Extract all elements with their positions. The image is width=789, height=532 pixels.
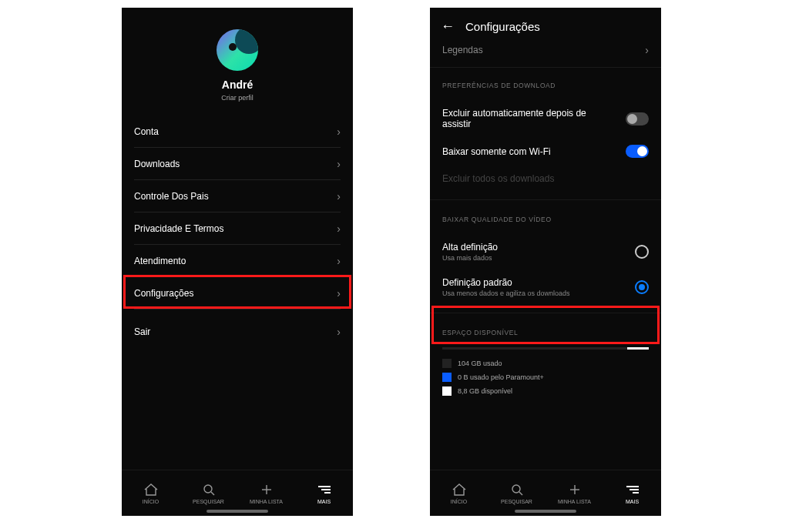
search-icon (511, 483, 523, 497)
nav-label: MAIS (626, 499, 639, 504)
profile-section: André Criar perfil (122, 8, 353, 115)
more-icon (626, 483, 639, 497)
search-icon (203, 483, 215, 497)
svg-point-0 (204, 485, 212, 493)
section-title: PREFERÊNCIAS DE DOWNLOAD (442, 82, 649, 89)
phone-left: André Criar perfil Conta › Downloads › C… (122, 8, 353, 516)
back-arrow-icon[interactable]: ← (441, 18, 455, 35)
divider (430, 199, 661, 200)
section-storage: ESPAÇO DISPONÍVEL 104 GB usado 0 B usado… (430, 315, 661, 402)
quality-title: Definição padrão (442, 277, 570, 288)
quality-sub: Usa menos dados e agiliza os downloads (442, 289, 570, 297)
radio-sd[interactable] (635, 280, 649, 294)
nav-more[interactable]: MAIS (295, 470, 353, 516)
row-delete-all: Excluir todos os downloads (442, 166, 649, 192)
menu-label: Atendimento (134, 256, 186, 266)
swatch-icon (442, 386, 452, 396)
menu-item-account[interactable]: Conta › (134, 115, 341, 148)
section-title: ESPAÇO DISPONÍVEL (442, 329, 649, 336)
menu-item-support[interactable]: Atendimento › (134, 245, 341, 277)
storage-available-segment (627, 347, 649, 350)
menu-item-logout[interactable]: Sair › (134, 316, 341, 348)
row-auto-delete[interactable]: Excluir automaticamente depois de assist… (442, 100, 649, 137)
section-video-quality: BAIXAR QUALIDADE DO VÍDEO Alta definição… (430, 202, 661, 311)
pref-label: Baixar somente com Wi-Fi (442, 146, 551, 157)
menu-item-downloads[interactable]: Downloads › (134, 148, 341, 180)
svg-point-4 (512, 485, 520, 493)
quality-sub: Usa mais dados (442, 254, 498, 262)
bottom-nav: INÍCIO PESQUISAR MINHA LISTA MAIS (122, 470, 353, 516)
menu-item-parental[interactable]: Controle Dos Pais › (134, 180, 341, 212)
settings-menu: Conta › Downloads › Controle Dos Pais › … (122, 115, 353, 470)
bottom-nav: INÍCIO PESQUISAR MINHA LISTA MAIS (430, 470, 661, 516)
profile-name: André (222, 79, 253, 91)
toggle-wifi-only[interactable] (626, 145, 649, 158)
row-legendas[interactable]: Legendas › (430, 42, 661, 68)
section-download-prefs: PREFERÊNCIAS DE DOWNLOAD Excluir automat… (430, 68, 661, 198)
more-icon (318, 483, 331, 497)
pref-label: Excluir automaticamente depois de assist… (442, 108, 586, 129)
row-sd[interactable]: Definição padrão Usa menos dados e agili… (442, 269, 649, 305)
section-title: BAIXAR QUALIDADE DO VÍDEO (442, 216, 649, 223)
nav-home[interactable]: INÍCIO (430, 470, 488, 516)
swatch-icon (442, 359, 452, 368)
row-wifi-only[interactable]: Baixar somente com Wi-Fi (442, 137, 649, 166)
chevron-right-icon: › (337, 326, 341, 338)
menu-label: Conta (134, 126, 159, 137)
chevron-right-icon: › (337, 255, 341, 267)
radio-hd[interactable] (635, 245, 649, 259)
row-hd[interactable]: Alta definição Usa mais dados (442, 234, 649, 269)
legend-used: 104 GB usado (442, 359, 649, 368)
nav-home[interactable]: INÍCIO (122, 470, 180, 516)
legend-app: 0 B usado pelo Paramount+ (442, 373, 649, 382)
svg-line-5 (519, 492, 522, 495)
home-indicator (515, 510, 576, 513)
menu-item-settings[interactable]: Configurações › (134, 277, 341, 309)
chevron-right-icon: › (337, 190, 341, 202)
storage-bar (442, 347, 649, 350)
chevron-right-icon: › (645, 44, 649, 56)
avatar[interactable] (217, 29, 258, 71)
menu-label: Configurações (134, 288, 193, 299)
chevron-right-icon: › (337, 158, 341, 170)
home-icon (452, 483, 466, 497)
nav-label: PESQUISAR (193, 499, 224, 504)
legend-label: 8,8 GB disponível (458, 387, 512, 395)
settings-header: ← Configurações (430, 8, 661, 42)
chevron-right-icon: › (337, 287, 341, 299)
plus-icon (569, 483, 581, 497)
nav-label: PESQUISAR (501, 499, 532, 504)
phone-right: Reprodução automática ← Configurações Le… (430, 8, 661, 516)
menu-label: Controle Dos Pais (134, 191, 209, 202)
divider (430, 313, 661, 313)
toggle-auto-delete[interactable] (626, 112, 649, 125)
legendas-label: Legendas (442, 45, 483, 55)
nav-label: MAIS (317, 499, 331, 504)
legend-label: 104 GB usado (458, 360, 502, 367)
nav-label: INÍCIO (451, 499, 467, 504)
menu-label: Downloads (134, 159, 180, 169)
menu-label: Privacidade E Termos (134, 223, 224, 234)
menu-item-privacy[interactable]: Privacidade E Termos › (134, 212, 341, 245)
create-profile-link[interactable]: Criar perfil (221, 94, 253, 102)
nav-label: MINHA LISTA (558, 499, 591, 504)
quality-title: Alta definição (442, 242, 498, 253)
home-indicator (206, 510, 268, 513)
chevron-right-icon: › (337, 125, 341, 138)
chevron-right-icon: › (337, 223, 341, 235)
menu-label: Sair (134, 326, 150, 337)
header-title: Configurações (465, 20, 540, 33)
plus-icon (260, 483, 273, 497)
svg-line-1 (211, 492, 214, 495)
home-icon (144, 483, 158, 497)
legend-available: 8,8 GB disponível (442, 386, 649, 396)
nav-more[interactable]: MAIS (603, 470, 661, 516)
nav-label: MINHA LISTA (250, 499, 283, 504)
pref-label: Excluir todos os downloads (442, 173, 554, 184)
nav-label: INÍCIO (143, 499, 159, 504)
legend-label: 0 B usado pelo Paramount+ (458, 373, 544, 381)
swatch-icon (442, 373, 452, 382)
